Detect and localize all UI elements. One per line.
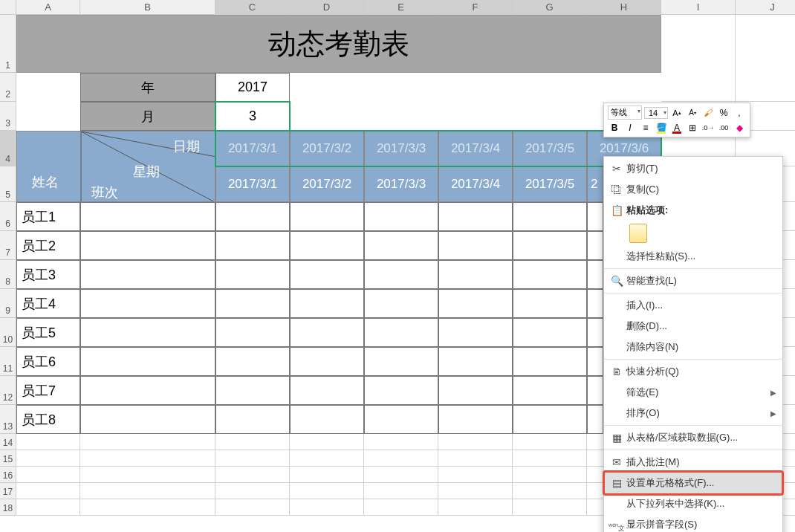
row-header-16[interactable]: 16 (0, 467, 16, 483)
date-header-row1-cell[interactable]: 2017/3/3 (364, 131, 438, 166)
menu-paste-option-default[interactable] (604, 221, 782, 246)
menu-clear[interactable]: 清除内容(N) (604, 337, 782, 357)
paste-default-icon[interactable] (629, 224, 647, 243)
data-cell[interactable] (364, 231, 438, 260)
data-cell[interactable] (587, 347, 603, 376)
employee-name-cell[interactable]: 员工7 (16, 376, 80, 405)
data-cell[interactable] (364, 289, 438, 318)
borders-icon[interactable]: ⊞ (686, 121, 699, 134)
data-cell[interactable] (290, 231, 364, 260)
select-all-corner[interactable] (0, 0, 16, 15)
data-cell[interactable] (80, 260, 215, 289)
column-header-I[interactable]: I (661, 0, 736, 15)
menu-sort[interactable]: 排序(O) ▶ (604, 403, 782, 424)
row-header-11[interactable]: 11 (0, 347, 16, 376)
diagonal-header-cell[interactable]: 姓名 班次 星期 日期 (16, 131, 215, 202)
menu-copy[interactable]: ⿻ 复制(C) (604, 179, 782, 200)
data-cell[interactable] (290, 318, 364, 347)
menu-delete[interactable]: 删除(D)... (604, 316, 782, 337)
data-cell[interactable] (80, 318, 215, 347)
row-header-6[interactable]: 6 (0, 202, 16, 231)
data-cell[interactable] (438, 202, 513, 231)
menu-filter[interactable]: 筛选(E) ▶ (604, 382, 782, 403)
data-cell[interactable] (364, 347, 438, 376)
employee-name-cell[interactable]: 员工1 (16, 202, 80, 231)
data-cell[interactable] (513, 260, 587, 289)
data-cell[interactable] (290, 405, 364, 434)
data-cell[interactable] (215, 289, 290, 318)
menu-insert-comment[interactable]: ✉ 插入批注(M) (604, 452, 782, 473)
column-header-J[interactable]: J (736, 0, 795, 15)
font-color-icon[interactable]: A (670, 121, 684, 134)
year-label-cell[interactable]: 年 (80, 73, 215, 102)
month-label-cell[interactable]: 月 (80, 102, 215, 131)
date-header-row1-cell[interactable]: 2017/3/5 (513, 131, 587, 166)
menu-cut[interactable]: ✂ 剪切(T) (604, 158, 782, 179)
column-header-D[interactable]: D (290, 0, 364, 15)
menu-get-data[interactable]: ▦ 从表格/区域获取数据(G)... (604, 427, 782, 448)
row-header-18[interactable]: 18 (0, 499, 16, 516)
row-header-12[interactable]: 12 (0, 376, 16, 405)
row-header-1[interactable]: 1 (0, 15, 16, 73)
employee-name-cell[interactable]: 员工8 (16, 405, 80, 434)
employee-name-cell[interactable]: 员工6 (16, 347, 80, 376)
data-cell[interactable] (290, 289, 364, 318)
data-cell[interactable] (587, 202, 603, 231)
clear-format-icon[interactable]: ◆ (733, 121, 746, 134)
italic-button[interactable]: I (623, 121, 637, 134)
data-cell[interactable] (587, 289, 603, 318)
percent-icon[interactable]: % (717, 106, 730, 120)
data-cell[interactable] (513, 289, 587, 318)
menu-paste-special[interactable]: 选择性粘贴(S)... (604, 246, 782, 267)
data-cell[interactable] (438, 231, 513, 260)
row-header-8[interactable]: 8 (0, 260, 16, 289)
data-cell[interactable] (80, 376, 215, 405)
column-header-B[interactable]: B (80, 0, 215, 15)
date-header-row2-cell[interactable]: 2 (587, 166, 603, 202)
data-cell[interactable] (80, 202, 215, 231)
menu-format-cells[interactable]: ▤ 设置单元格格式(F)... (604, 473, 782, 493)
employee-name-cell[interactable]: 员工2 (16, 231, 80, 260)
data-cell[interactable] (513, 405, 587, 434)
data-cell[interactable] (438, 318, 513, 347)
column-header-H[interactable]: H (587, 0, 661, 15)
data-cell[interactable] (215, 318, 290, 347)
date-header-row2-cell[interactable]: 2017/3/4 (438, 166, 513, 202)
data-cell[interactable] (438, 289, 513, 318)
data-cell[interactable] (364, 202, 438, 231)
format-painter-icon[interactable]: 🖌 (701, 106, 715, 120)
row-header-7[interactable]: 7 (0, 231, 16, 260)
menu-show-pinyin[interactable]: wén文 显示拼音字段(S) (604, 514, 782, 532)
data-cell[interactable] (215, 405, 290, 434)
employee-name-cell[interactable]: 员工5 (16, 318, 80, 347)
row-header-9[interactable]: 9 (0, 289, 16, 318)
fill-color-icon[interactable]: 🪣 (655, 121, 668, 134)
data-cell[interactable] (587, 318, 603, 347)
row-header-17[interactable]: 17 (0, 483, 16, 499)
data-cell[interactable] (438, 405, 513, 434)
data-cell[interactable] (513, 202, 587, 231)
menu-pick-from-list[interactable]: 从下拉列表中选择(K)... (604, 493, 782, 514)
increase-decimal-icon[interactable]: .0→ (701, 121, 715, 134)
decrease-decimal-icon[interactable]: .00 (717, 121, 730, 134)
data-cell[interactable] (215, 260, 290, 289)
date-header-row1-cell[interactable]: 2017/3/4 (438, 131, 513, 166)
employee-name-cell[interactable]: 员工3 (16, 260, 80, 289)
data-cell[interactable] (587, 231, 603, 260)
font-size-dropdown[interactable]: 14 (644, 107, 668, 119)
data-cell[interactable] (80, 289, 215, 318)
data-cell[interactable] (438, 376, 513, 405)
data-cell[interactable] (513, 231, 587, 260)
comma-icon[interactable]: , (733, 106, 746, 120)
row-header-13[interactable]: 13 (0, 405, 16, 434)
row-header-14[interactable]: 14 (0, 434, 16, 450)
date-header-row2-cell[interactable]: 2017/3/1 (215, 166, 290, 202)
data-cell[interactable] (513, 376, 587, 405)
data-cell[interactable] (215, 202, 290, 231)
data-cell[interactable] (80, 405, 215, 434)
row-header-10[interactable]: 10 (0, 318, 16, 347)
year-value-cell[interactable]: 2017 (215, 73, 290, 102)
data-cell[interactable] (80, 231, 215, 260)
row-header-4[interactable]: 4 (0, 131, 16, 166)
data-cell[interactable] (587, 405, 603, 434)
